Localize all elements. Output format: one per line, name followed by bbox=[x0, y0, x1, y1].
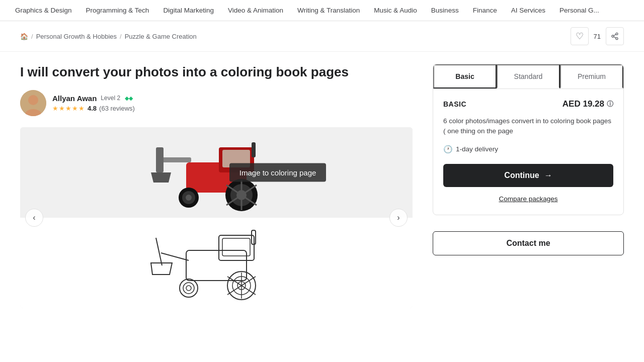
carousel-prev-button[interactable]: ‹ bbox=[25, 209, 43, 227]
nav-writing[interactable]: Writing & Translation bbox=[290, 0, 367, 21]
clock-icon: 🕐 bbox=[443, 145, 453, 154]
svg-rect-26 bbox=[222, 238, 250, 256]
image-carousel: ‹ bbox=[20, 127, 413, 308]
continue-label: Continue bbox=[504, 171, 539, 180]
nav-ai[interactable]: AI Services bbox=[504, 0, 552, 21]
package-card: Basic Standard Premium BASIC AED 19.28 ⓘ… bbox=[433, 64, 624, 215]
nav-marketing[interactable]: Digital Marketing bbox=[156, 0, 221, 21]
carousel-next-button[interactable]: › bbox=[389, 209, 408, 227]
level-badge: Level 2 ◆◆ bbox=[101, 95, 133, 102]
svg-rect-24 bbox=[186, 250, 247, 281]
seller-name[interactable]: Allyan Awan bbox=[52, 94, 97, 103]
svg-point-34 bbox=[180, 279, 198, 297]
svg-point-35 bbox=[183, 283, 194, 294]
breadcrumb: 🏠 / Personal Growth & Hobbies / Puzzle &… bbox=[20, 33, 197, 40]
breadcrumb-bar: 🏠 / Personal Growth & Hobbies / Puzzle &… bbox=[0, 21, 644, 52]
continue-arrow: → bbox=[544, 171, 552, 180]
nav-personal[interactable]: Personal G... bbox=[552, 0, 606, 21]
breadcrumb-sep1: / bbox=[31, 33, 33, 40]
package-header: BASIC AED 19.28 ⓘ bbox=[443, 99, 613, 109]
svg-line-28 bbox=[161, 253, 189, 260]
package-body: BASIC AED 19.28 ⓘ 6 color photos/images … bbox=[433, 89, 623, 215]
delivery-row: 🕐 1-day delivery bbox=[443, 145, 613, 154]
category-nav: Graphics & Design Programming & Tech Dig… bbox=[0, 0, 644, 21]
price-info-icon[interactable]: ⓘ bbox=[607, 100, 613, 109]
rating-number: 4.8 bbox=[88, 105, 97, 112]
carousel-image-top: Image to coloring page bbox=[20, 127, 413, 218]
svg-rect-11 bbox=[161, 157, 191, 162]
nav-finance[interactable]: Finance bbox=[466, 0, 504, 21]
like-button[interactable]: ♡ bbox=[571, 27, 589, 45]
right-panel: Basic Standard Premium BASIC AED 19.28 ⓘ… bbox=[433, 64, 624, 308]
nav-video[interactable]: Video & Animation bbox=[221, 0, 290, 21]
svg-line-4 bbox=[614, 34, 616, 36]
like-count: 71 bbox=[594, 33, 601, 40]
rating-row: ★★★★★ 4.8 (63 reviews) bbox=[52, 105, 135, 112]
contact-me-button[interactable]: Contact me bbox=[433, 231, 624, 255]
package-tabs: Basic Standard Premium bbox=[433, 64, 623, 89]
svg-line-3 bbox=[614, 37, 616, 38]
svg-point-36 bbox=[186, 286, 191, 291]
carousel-image-bottom bbox=[20, 218, 413, 308]
svg-rect-12 bbox=[156, 147, 164, 172]
svg-rect-25 bbox=[219, 235, 254, 260]
svg-point-2 bbox=[616, 38, 618, 40]
share-button[interactable] bbox=[606, 27, 624, 45]
svg-rect-14 bbox=[252, 142, 256, 157]
share-icon bbox=[611, 32, 619, 40]
left-panel: I will convert your photos into a colori… bbox=[20, 64, 413, 308]
review-count-link[interactable]: (63 reviews) bbox=[99, 105, 135, 112]
breadcrumb-actions: ♡ 71 bbox=[571, 27, 624, 45]
svg-point-6 bbox=[28, 95, 38, 105]
compare-packages-link[interactable]: Compare packages bbox=[443, 193, 613, 205]
breadcrumb-personal[interactable]: Personal Growth & Hobbies bbox=[36, 33, 117, 40]
svg-point-20 bbox=[186, 195, 192, 201]
carousel-content: Image to coloring page bbox=[20, 127, 413, 308]
tab-basic[interactable]: Basic bbox=[433, 64, 497, 88]
package-price: AED 19.28 ⓘ bbox=[562, 99, 613, 109]
review-count: 63 reviews bbox=[101, 105, 132, 112]
home-icon[interactable]: 🏠 bbox=[20, 33, 28, 40]
nav-programming[interactable]: Programming & Tech bbox=[79, 0, 156, 21]
avatar-image bbox=[20, 90, 46, 116]
seller-info: Allyan Awan Level 2 ◆◆ ★★★★★ 4.8 (63 rev… bbox=[20, 90, 413, 116]
continue-button[interactable]: Continue → bbox=[443, 164, 613, 187]
star-icons: ★★★★★ bbox=[52, 105, 85, 112]
avatar bbox=[20, 90, 46, 116]
package-name: BASIC bbox=[443, 100, 466, 108]
seller-details: Allyan Awan Level 2 ◆◆ ★★★★★ 4.8 (63 rev… bbox=[52, 94, 135, 112]
svg-line-29 bbox=[156, 238, 162, 265]
svg-point-1 bbox=[612, 35, 614, 37]
tractor-outline-svg bbox=[141, 225, 292, 301]
seller-name-row: Allyan Awan Level 2 ◆◆ bbox=[52, 94, 135, 103]
svg-marker-13 bbox=[151, 172, 171, 183]
image-label: Image to coloring page bbox=[229, 163, 327, 182]
nav-business[interactable]: Business bbox=[424, 0, 466, 21]
main-content: I will convert your photos into a colori… bbox=[0, 52, 644, 308]
tab-standard[interactable]: Standard bbox=[497, 64, 560, 88]
breadcrumb-sep2: / bbox=[120, 33, 122, 40]
breadcrumb-puzzle[interactable]: Puzzle & Game Creation bbox=[125, 33, 197, 40]
svg-point-0 bbox=[616, 33, 618, 35]
gig-title: I will convert your photos into a colori… bbox=[20, 64, 413, 81]
nav-graphics[interactable]: Graphics & Design bbox=[8, 0, 79, 21]
delivery-text: 1-day delivery bbox=[456, 145, 498, 153]
nav-music[interactable]: Music & Audio bbox=[367, 0, 424, 21]
tab-premium[interactable]: Premium bbox=[560, 64, 623, 88]
package-description: 6 color photos/images convert in to colo… bbox=[443, 116, 613, 137]
